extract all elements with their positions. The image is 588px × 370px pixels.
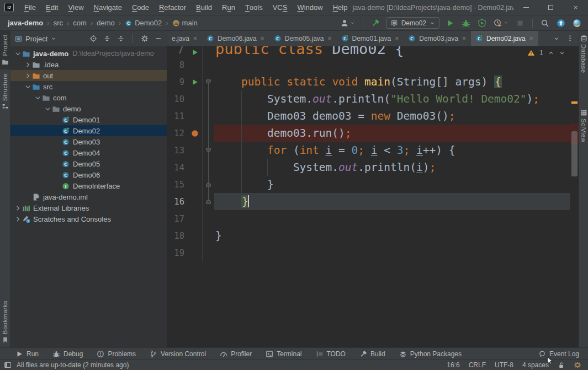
profiler-icon <box>494 19 502 28</box>
editor-gutter: 15 <box>167 176 203 193</box>
search-everywhere-button[interactable] <box>539 18 550 29</box>
menu-vcs[interactable]: VCS <box>268 0 293 15</box>
code-text: } <box>215 193 249 210</box>
warning-count: 1 <box>539 49 543 57</box>
code-line-8[interactable]: 8 <box>167 56 570 73</box>
tree-item-java-demo[interactable]: java-demoD:\IdeaProjects\java-demo <box>10 48 167 59</box>
debug-button[interactable] <box>460 18 472 29</box>
editor-gutter: 12 <box>167 125 203 142</box>
inspections-widget[interactable]: 1 <box>527 49 565 57</box>
breadcrumb-item-com[interactable]: com <box>73 19 87 27</box>
code-with-me-button[interactable] <box>571 18 582 29</box>
tab-demo03-java[interactable]: C>Demo03.java× <box>404 31 471 46</box>
indent-guide <box>267 159 268 176</box>
collapse-all-button[interactable] <box>117 35 125 42</box>
run-configuration-selector[interactable]: Demo02 <box>386 17 439 29</box>
run-line-icon[interactable] <box>191 78 199 86</box>
stop-button[interactable] <box>515 18 526 29</box>
project-view-selector[interactable]: Project <box>25 35 47 43</box>
warning-stripe-mark[interactable] <box>571 101 578 104</box>
tab-close-icon[interactable]: × <box>395 35 399 42</box>
breadcrumb-item-java-demo[interactable]: java-demo <box>8 19 43 27</box>
hide-panel-button[interactable] <box>155 35 162 42</box>
breadcrumb-item-main[interactable]: mmain <box>172 19 198 27</box>
settings-button[interactable] <box>141 35 149 42</box>
code-text: } <box>215 227 222 244</box>
menu-file[interactable]: File <box>19 0 41 15</box>
code-line-10[interactable]: 10 System.out.println("Hello World! Demo… <box>167 90 570 108</box>
tool-window-switcher-icon[interactable] <box>4 361 12 369</box>
kebab-icon[interactable] <box>566 35 574 42</box>
run-button[interactable] <box>444 18 455 29</box>
menu-navigate[interactable]: Navigate <box>89 0 127 15</box>
tab-demo05-java[interactable]: C>Demo05.java× <box>269 31 337 46</box>
profiler-button[interactable] <box>492 18 510 29</box>
tab-demo06-java[interactable]: C>Demo06.java× <box>202 31 269 46</box>
breadcrumb-item-demo[interactable]: demo <box>97 19 115 27</box>
breakpoint-icon[interactable] <box>191 130 199 137</box>
chevron-up-icon[interactable] <box>548 50 554 56</box>
tab-close-icon[interactable]: × <box>462 35 466 42</box>
code-line-19[interactable]: 19 <box>167 244 570 261</box>
chev-down-icon[interactable] <box>553 35 560 42</box>
menu-run[interactable]: Run <box>217 0 240 15</box>
svg-text:C: C <box>410 36 414 41</box>
chevron-down-icon[interactable] <box>559 50 565 56</box>
line-number: 18 <box>167 231 187 241</box>
code-line-7[interactable]: 7public class Demo02 { <box>167 46 570 56</box>
code-line-11[interactable]: 11 Demo03 demo03 = new Demo03(); <box>167 108 570 125</box>
editor-gutter: 19 <box>167 244 203 261</box>
close-button[interactable]: × <box>563 0 588 15</box>
scrollbar-thumb[interactable] <box>571 131 578 176</box>
stripe-item-project[interactable]: Project <box>0 31 10 69</box>
tab-close-icon[interactable]: × <box>529 35 533 42</box>
tab-close-icon[interactable]: × <box>193 35 197 42</box>
chevron-down-icon <box>51 36 56 41</box>
code-line-13[interactable]: 13 for (int i = 0; i < 3; i++) { <box>167 142 570 159</box>
menu-view[interactable]: View <box>63 0 88 15</box>
build-project-button[interactable] <box>370 18 381 29</box>
maximize-button[interactable] <box>538 0 563 15</box>
menu-code[interactable]: Code <box>127 0 154 15</box>
expand-all-button[interactable] <box>103 35 111 42</box>
tab-bar-actions <box>553 31 579 46</box>
menu-tools[interactable]: Tools <box>240 0 268 15</box>
tab-close-icon[interactable]: × <box>328 35 332 42</box>
menu-build[interactable]: Build <box>191 0 217 15</box>
breadcrumb-item-demo02[interactable]: C>Demo02 <box>125 19 162 27</box>
menu-help[interactable]: Help <box>328 0 353 15</box>
run-with-coverage-button[interactable] <box>476 18 488 29</box>
line-number: 16 <box>167 197 187 207</box>
menu-refactor[interactable]: Refactor <box>154 0 191 15</box>
tab-demo01-java[interactable]: CDemo01.java× <box>337 31 404 46</box>
code-line-18[interactable]: 18} <box>167 227 570 244</box>
minimize-button[interactable] <box>513 0 538 15</box>
locate-file-button[interactable] <box>89 35 97 42</box>
tab-demo02-java[interactable]: CDemo02.java× <box>471 31 538 46</box>
editor-gutter: 9 <box>167 73 203 90</box>
breadcrumb-item-src[interactable]: src <box>54 19 63 27</box>
tab-close-icon[interactable]: × <box>261 35 264 42</box>
user-profile-button[interactable] <box>339 18 356 29</box>
menu-window[interactable]: Window <box>292 0 327 15</box>
code-line-15[interactable]: 15 } <box>167 176 570 193</box>
run-line-icon[interactable] <box>191 49 199 56</box>
code-line-12[interactable]: 12 demo03.run(); <box>167 125 570 142</box>
hammer-icon <box>371 19 380 28</box>
code-line-17[interactable]: 17 <box>167 210 570 227</box>
chev-down-icon <box>430 20 435 26</box>
stripe-item-structure[interactable]: Structure <box>0 69 10 114</box>
menu-edit[interactable]: Edit <box>41 0 63 15</box>
code-line-16[interactable]: 16 } <box>167 193 570 210</box>
chevron-expanded-icon <box>14 50 22 58</box>
update-button[interactable] <box>555 18 566 29</box>
editor-gutter: 16 <box>167 193 203 210</box>
code-text: Demo03 demo03 = new Demo03(); <box>215 108 455 125</box>
editor-area[interactable]: 7public class Demo02 {89 public static v… <box>167 46 579 347</box>
code-line-14[interactable]: 14 System.out.println(i); <box>167 159 570 176</box>
class-run-icon: C <box>341 34 349 42</box>
code-line-9[interactable]: 9 public static void main(String[] args)… <box>167 73 570 90</box>
tab-e-java[interactable]: e.java× <box>167 31 202 46</box>
line-number: 7 <box>167 46 187 56</box>
stripe-item-bookmarks[interactable]: Bookmarks <box>0 297 10 347</box>
